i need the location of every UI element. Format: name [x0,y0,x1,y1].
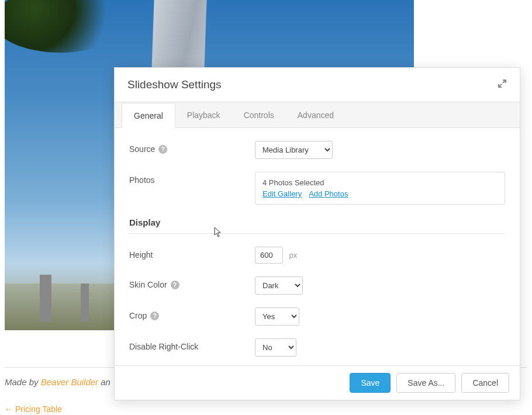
source-label: Source ? [129,141,255,154]
field-disable-right-click: Disable Right-Click No [129,338,505,357]
tab-controls[interactable]: Controls [232,103,286,128]
height-unit: px [289,251,297,260]
modal-body[interactable]: Source ? Media Library Photos 4 Photos S… [115,128,520,365]
crop-label: Crop ? [129,307,255,320]
help-icon[interactable]: ? [171,281,179,289]
modal-footer: Save Save As... Cancel [115,365,520,400]
leaves-graphic [5,0,127,53]
arrow-left-icon: ← [5,404,13,414]
field-crop: Crop ? Yes [129,307,505,326]
tabs-bar: General Playback Controls Advanced [115,102,520,128]
tab-general[interactable]: General [122,103,175,128]
slideshow-settings-modal: Slideshow Settings General Playback Cont… [114,67,520,400]
field-height: Height px [129,247,505,264]
disable-right-click-label: Disable Right-Click [129,338,255,351]
field-source: Source ? Media Library [129,141,505,159]
height-input[interactable] [255,247,283,264]
tab-advanced[interactable]: Advanced [286,103,346,128]
photos-box: 4 Photos Selected Edit GalleryAdd Photos [255,172,505,205]
field-photos: Photos 4 Photos Selected Edit GalleryAdd… [129,172,505,205]
source-select[interactable]: Media Library [255,141,333,159]
modal-title: Slideshow Settings [127,78,222,91]
help-icon[interactable]: ? [150,312,159,320]
beaver-builder-link[interactable]: Beaver Builder [41,377,98,387]
add-photos-link[interactable]: Add Photos [309,189,348,198]
modal-header: Slideshow Settings [115,68,520,102]
display-section-heading: Display [129,217,505,234]
disable-right-click-select[interactable]: No [255,338,296,357]
photos-status: 4 Photos Selected [262,178,498,187]
prev-page-link[interactable]: ←Pricing Table [5,404,62,414]
expand-icon[interactable] [498,79,507,91]
field-skin-color: Skin Color ? Dark [129,276,505,295]
cancel-button[interactable]: Cancel [461,373,509,393]
photos-label: Photos [129,172,255,185]
skin-color-label: Skin Color ? [129,276,255,289]
edit-gallery-link[interactable]: Edit Gallery [262,189,302,198]
save-button[interactable]: Save [350,373,391,393]
help-icon[interactable]: ? [158,145,167,154]
save-as-button[interactable]: Save As... [396,373,455,393]
crop-select[interactable]: Yes [255,307,299,326]
skin-color-select[interactable]: Dark [255,276,303,295]
tab-playback[interactable]: Playback [175,103,232,128]
height-label: Height [129,247,255,260]
